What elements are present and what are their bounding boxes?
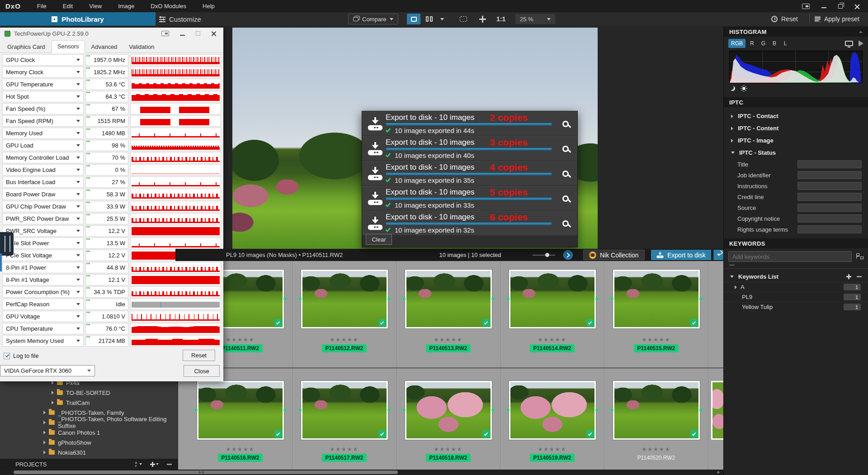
gpu-select-combobox[interactable]: VIDIA GeForce RTX 3060 [0, 365, 95, 376]
star-rating[interactable]: ★★★★★ [642, 337, 671, 343]
restore-icon[interactable] [838, 4, 843, 9]
iptc-field-input[interactable] [797, 204, 862, 212]
checkbox-checked-icon[interactable] [4, 353, 10, 359]
left-panel-handle[interactable] [0, 232, 14, 256]
channel-b[interactable]: B [770, 39, 779, 48]
thumbnail-cell[interactable]: ★★★★★ P1140515.RW2 [604, 261, 708, 367]
gpuz-close-button[interactable]: Close [184, 365, 220, 377]
thumbnail-frame[interactable] [509, 270, 596, 328]
compare-button[interactable]: Compare [348, 14, 398, 24]
tab-customize[interactable]: Customize [159, 12, 227, 26]
iptc-header[interactable]: IPTC [724, 97, 868, 107]
minimize-icon[interactable] [821, 7, 826, 8]
thumbnail-cell[interactable]: ★★★★★ P1140512.RW2 [292, 261, 396, 367]
keyword-hierarchy-icon[interactable] [856, 253, 863, 260]
sensor-name-select[interactable]: Memory Controller Load [2, 152, 84, 163]
keywords-header[interactable]: KEYWORDS [724, 238, 868, 248]
thumbnail-cell[interactable]: ★★★★★ P1140520.RW2 [604, 368, 708, 470]
folder-tree-item[interactable]: gPhotoShow [0, 437, 178, 447]
expand-arrow-icon[interactable] [43, 431, 46, 434]
folder-tree-item[interactable]: Nokia6301 [0, 447, 178, 457]
reveal-in-explorer-button[interactable] [557, 146, 575, 152]
thumbnail-image[interactable] [198, 382, 283, 438]
gpuz-tab-advanced[interactable]: Advanced [86, 41, 123, 52]
sensor-name-select[interactable]: PWR_SRC Voltage [2, 225, 84, 237]
gpuz-tab-graphics-card[interactable]: Graphics Card [2, 41, 51, 52]
thumbnail-cell[interactable]: ★★★★★ P1140516.RW2 [189, 368, 292, 470]
expand-arrow-icon[interactable] [43, 441, 46, 444]
sensor-name-select[interactable]: Video Engine Load [2, 164, 84, 176]
star-rating[interactable]: ★★★★★ [538, 337, 567, 343]
star-rating[interactable]: ★★★★★ [226, 446, 255, 452]
star-rating[interactable]: ★★★★★ [434, 446, 463, 452]
goto-image-button[interactable] [563, 250, 573, 260]
iptc-field-input[interactable] [797, 214, 862, 223]
scroll-right-arrow[interactable] [717, 471, 720, 474]
sensor-name-select[interactable]: PWR_SRC Power Draw [2, 213, 84, 224]
collapse-icon[interactable] [859, 31, 863, 33]
thumbnail-image[interactable] [302, 271, 387, 327]
fit-screen-button[interactable] [457, 14, 470, 24]
menu-item[interactable]: Edit [57, 1, 79, 11]
sensor-name-select[interactable]: PCIe Slot Voltage [2, 250, 84, 261]
menu-item[interactable]: View [83, 1, 108, 11]
close-icon[interactable] [854, 4, 860, 9]
remove-keyword-icon[interactable] [857, 276, 862, 277]
gpuz-tab-sensors[interactable]: Sensors [52, 40, 85, 53]
iptc-section-image[interactable]: IPTC - Image [724, 134, 868, 147]
tab-photolibrary[interactable]: PhotoLibrary [0, 12, 156, 26]
scrollbar-thumb[interactable] [14, 470, 398, 474]
star-rating[interactable]: ★★★★★ [642, 446, 671, 452]
thumbnail-image[interactable] [614, 382, 698, 438]
split-view-button[interactable] [422, 14, 436, 24]
sensor-name-select[interactable]: GPU Clock [2, 54, 84, 66]
add-keywords-input[interactable] [728, 251, 852, 262]
expand-arrow-icon[interactable] [52, 401, 54, 404]
thumbnail-frame[interactable] [509, 381, 596, 440]
iptc-field-input[interactable] [797, 182, 862, 190]
channel-g[interactable]: G [759, 39, 768, 48]
expand-arrow-icon[interactable] [735, 285, 737, 289]
thumbnail-frame[interactable] [301, 381, 388, 440]
add-project-button[interactable] [150, 462, 159, 467]
iptc-field-input[interactable] [797, 225, 862, 233]
reveal-in-explorer-button[interactable] [557, 220, 575, 227]
menu-item[interactable]: Image [112, 1, 141, 11]
apply-preset-button[interactable]: Apply preset [815, 14, 859, 24]
expand-arrow-icon[interactable] [52, 381, 54, 385]
sensor-name-select[interactable]: Memory Clock [2, 66, 84, 78]
gpuz-titlebar[interactable]: TechPowerUp GPU-Z 2.59.0 [0, 28, 223, 39]
thumbnail-size-slider[interactable] [533, 255, 555, 256]
expand-arrow-icon[interactable] [43, 411, 46, 414]
iptc-section-status[interactable]: IPTC - Status [724, 147, 868, 159]
sensor-name-select[interactable]: GPU Voltage [2, 311, 84, 322]
projects-bar[interactable]: PROJECTS az [0, 459, 178, 470]
gpuz-card-icon[interactable] [161, 31, 169, 36]
gpuz-reset-button[interactable]: Reset [183, 350, 215, 361]
thumbnail-frame[interactable] [197, 381, 284, 440]
zoom-level-select[interactable]: 25 % [515, 14, 555, 24]
menu-item[interactable]: DxO Modules [144, 1, 193, 11]
export-to-disk-button[interactable]: Export to disk [651, 250, 711, 260]
reveal-in-explorer-button[interactable] [557, 195, 575, 202]
thumbnail-frame[interactable] [613, 270, 700, 328]
view-options-dropdown[interactable] [438, 14, 447, 24]
keywords-list-header[interactable]: Keywords List [724, 271, 868, 282]
thumbnail-image[interactable] [406, 271, 491, 327]
iptc-field-input[interactable] [797, 171, 862, 179]
reset-button[interactable]: Reset [771, 14, 798, 24]
expand-arrow-icon[interactable] [43, 451, 46, 454]
slider-knob[interactable] [545, 253, 549, 257]
star-rating[interactable]: ★★★★★ [330, 337, 359, 343]
channel-r[interactable]: R [747, 39, 757, 48]
sensor-name-select[interactable]: 8-Pin #1 Voltage [2, 274, 84, 285]
partial-thumbnail[interactable] [711, 381, 723, 440]
one-to-one-button[interactable]: 1:1 [496, 14, 505, 24]
iptc-field-input[interactable] [797, 160, 862, 168]
thumbnail-cell[interactable]: ★★★★★ P1140519.RW2 [500, 368, 604, 470]
thumbnail-image[interactable] [614, 271, 698, 327]
thumbnail-frame[interactable] [613, 381, 700, 440]
expand-arrow-icon[interactable] [52, 391, 54, 394]
histogram-header[interactable]: HISTOGRAM [724, 27, 868, 37]
nik-collection-button[interactable]: Nik Collection [583, 250, 645, 260]
